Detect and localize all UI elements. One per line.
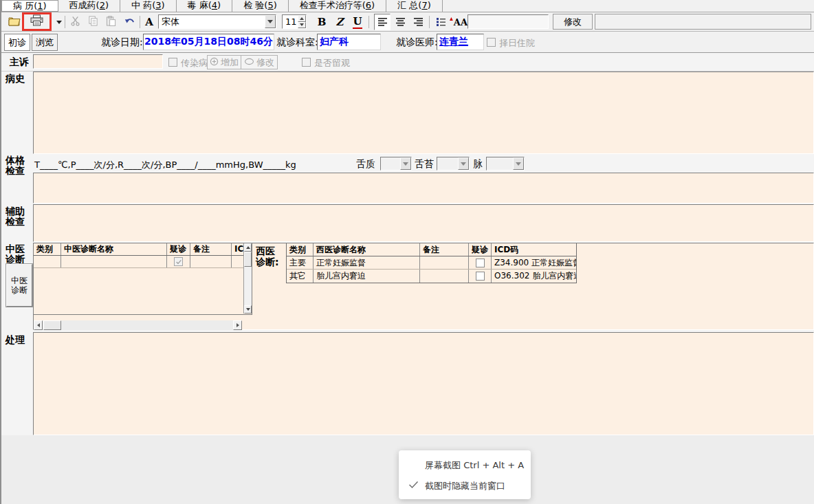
- tcm-cell-name: [61, 256, 167, 267]
- physical-exam-textarea[interactable]: [33, 173, 814, 204]
- tcm-diagnosis-side-button[interactable]: 中医诊断: [6, 264, 32, 307]
- undo-button[interactable]: [122, 14, 138, 30]
- font-color-button[interactable]: A: [143, 14, 155, 30]
- check-icon: [408, 481, 419, 491]
- menu-item-lab-test[interactable]: 检 验(5): [232, 0, 289, 12]
- copy-button[interactable]: [85, 14, 100, 30]
- auxiliary-exam-textarea[interactable]: [33, 204, 814, 242]
- font-size-spinner[interactable]: 11: [282, 14, 307, 29]
- visit-date-value[interactable]: 2018年05月18日08时46分: [143, 34, 274, 50]
- visit-doctor-value[interactable]: 连青兰: [437, 34, 484, 50]
- print-dropdown-caret-icon[interactable]: [54, 14, 63, 30]
- underline-button[interactable]: U: [349, 14, 366, 30]
- menu-item-summary[interactable]: 汇 总(7): [386, 0, 443, 12]
- hide-window-menu-item[interactable]: 截图时隐藏当前窗口: [425, 480, 505, 492]
- western-label-line1: 西医: [256, 245, 275, 256]
- western-grid-row[interactable]: 其它 胎儿宫内窘迫 O36.302 胎儿宫内窘迫: [287, 270, 576, 283]
- align-right-button[interactable]: [410, 14, 426, 30]
- chevron-down-icon[interactable]: [513, 157, 524, 170]
- auxiliary-exam-label: 辅助检查: [6, 206, 25, 227]
- bullet-list-button[interactable]: [433, 14, 448, 30]
- cut-button[interactable]: [67, 14, 82, 30]
- modify-label: 修改: [256, 56, 274, 69]
- italic-button[interactable]: Z: [331, 14, 348, 30]
- scroll-down-icon[interactable]: [244, 305, 252, 314]
- scroll-left-icon[interactable]: [34, 320, 43, 330]
- vitals-template-text: T____℃,P____次/分,R____次/分,BP____/____mmHg…: [34, 159, 296, 171]
- tcm-grid-vscrollbar[interactable]: [243, 243, 252, 314]
- chevron-down-icon[interactable]: [265, 15, 276, 28]
- menu-item-chinese-medicine[interactable]: 中 药(3): [120, 0, 177, 12]
- spin-up-icon[interactable]: [298, 15, 306, 22]
- scroll-right-icon[interactable]: [233, 320, 242, 330]
- spin-down-icon[interactable]: [298, 22, 306, 29]
- align-left-icon: [377, 16, 388, 29]
- hospitalize-checkbox[interactable]: [487, 38, 496, 47]
- hscroll-thumb[interactable]: [43, 320, 61, 330]
- tab-browse[interactable]: 浏览: [32, 34, 58, 51]
- screen-capture-menu-item[interactable]: 屏幕截图 Ctrl + Alt + A: [425, 459, 524, 472]
- observe-checkbox[interactable]: [302, 58, 311, 67]
- modify-label: 修改: [564, 16, 582, 28]
- toolbar-separator: [429, 16, 430, 28]
- tcm-cell-type: [34, 256, 61, 267]
- chief-complaint-row: 主诉 传染病 增加 修改 是否留观: [1, 53, 814, 72]
- underline-glyph: U: [353, 15, 362, 29]
- menu-item-narcotics[interactable]: 毒 麻(4): [177, 0, 233, 12]
- visit-dept-value[interactable]: 妇产科: [317, 34, 381, 50]
- chief-complaint-input[interactable]: [33, 54, 163, 69]
- annotation-highlight: [22, 12, 52, 31]
- treatment-textarea[interactable]: [33, 332, 814, 435]
- infectious-checkbox[interactable]: [168, 58, 177, 67]
- history-textarea[interactable]: [33, 72, 814, 154]
- menu-label: 检 验: [243, 0, 264, 10]
- align-left-button[interactable]: [374, 14, 390, 30]
- font-size-scale-button[interactable]: AA: [450, 14, 468, 30]
- modify-button[interactable]: 修改: [553, 14, 593, 30]
- tongue-quality-select[interactable]: [380, 157, 412, 171]
- tcm-grid-hscrollbar[interactable]: [34, 320, 242, 330]
- tcm-diagnosis-grid: 类别 中医诊断名称 疑诊 备注 ICD码: [34, 243, 252, 315]
- menu-item-western-medicine[interactable]: 西成药(2): [58, 0, 120, 12]
- modify-diagnosis-button[interactable]: 修改: [241, 55, 278, 69]
- align-center-icon: [395, 16, 406, 29]
- italic-glyph: Z: [336, 16, 344, 28]
- tab-first-visit[interactable]: 初诊: [4, 34, 30, 51]
- suspected-checkbox[interactable]: [476, 272, 485, 281]
- scissors-icon: [70, 16, 80, 29]
- suspected-checkbox-checked[interactable]: [174, 257, 183, 266]
- font-family-select[interactable]: 宋体: [158, 14, 276, 29]
- visit-doctor-label: 就诊医师:: [396, 36, 438, 49]
- tcm-grid-row[interactable]: [34, 256, 252, 268]
- chevron-down-icon[interactable]: [458, 157, 469, 170]
- chevron-down-icon[interactable]: [400, 157, 411, 170]
- align-center-button[interactable]: [392, 14, 408, 30]
- red-accent-icon: [450, 17, 453, 21]
- paste-button[interactable]: [103, 14, 118, 30]
- tcm-label-line1: 中医: [6, 243, 25, 254]
- infectious-checkbox-label: 传染病: [181, 57, 208, 69]
- bold-button[interactable]: B: [314, 14, 330, 30]
- menu-item-exam-surgery[interactable]: 检查手术治疗等(6): [289, 0, 386, 12]
- tcm-col-name: 中医诊断名称: [61, 243, 167, 255]
- western-grid-row[interactable]: 主要 正常妊娠监督 Z34.900 正常妊娠监督: [287, 256, 576, 270]
- menu-label: 毒 麻: [188, 0, 208, 10]
- visit-date-text: 2018年05月18日08时46分: [144, 36, 273, 48]
- pulse-select[interactable]: [486, 157, 525, 171]
- scroll-up-icon[interactable]: [244, 243, 252, 252]
- toolbar-text-input[interactable]: [468, 14, 549, 29]
- check-icon: [175, 259, 182, 265]
- tcm-side-line2: 诊断: [11, 285, 28, 295]
- add-diagnosis-button[interactable]: 增加: [207, 55, 241, 69]
- menu-key: 5: [267, 0, 273, 10]
- suspected-checkbox[interactable]: [476, 259, 485, 267]
- print-button[interactable]: [30, 14, 43, 30]
- open-button[interactable]: [6, 14, 23, 30]
- visit-date-label: 就诊日期:: [101, 36, 143, 49]
- bullet-list-icon: [436, 16, 446, 29]
- menu-item-medical-record[interactable]: 病 历(1): [1, 0, 58, 12]
- western-cell-suspected: [469, 256, 492, 269]
- vscroll-thumb[interactable]: [244, 252, 252, 267]
- menu-label: 西成药: [69, 0, 96, 10]
- tongue-coating-select[interactable]: [437, 157, 470, 171]
